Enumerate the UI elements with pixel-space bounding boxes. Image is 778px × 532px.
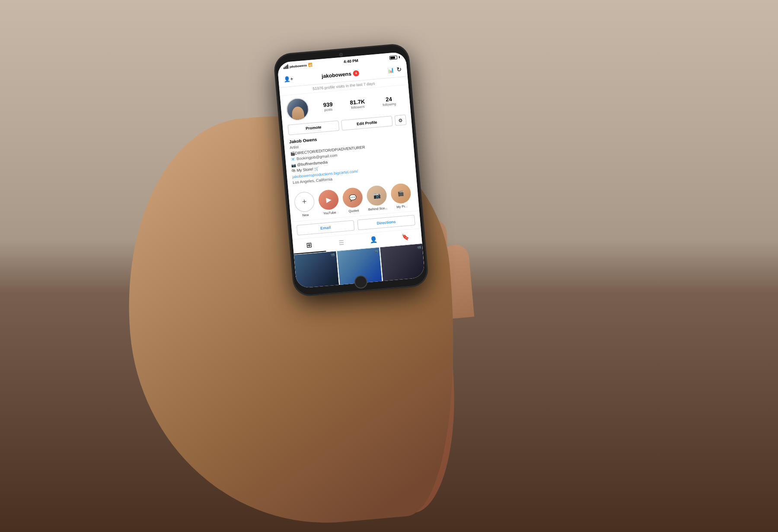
header-right: 📊 ↻ bbox=[387, 65, 402, 73]
directions-button[interactable]: Directions bbox=[357, 214, 415, 230]
posts-label: posts bbox=[324, 107, 333, 112]
analytics-icon[interactable]: 📊 bbox=[387, 67, 394, 73]
highlight-mypr[interactable]: 🎬 My Pr... bbox=[390, 182, 412, 209]
add-new-icon: + bbox=[302, 197, 307, 206]
posts-count: 939 bbox=[323, 101, 333, 108]
person-icon: 👤 bbox=[370, 236, 377, 243]
settings-button[interactable]: ⚙ bbox=[395, 115, 407, 126]
phone-device: jakobowens 📶 4:40 PM bbox=[274, 44, 428, 296]
scene-content: jakobowens 📶 4:40 PM bbox=[0, 0, 778, 532]
posts-stat: 939 posts bbox=[323, 101, 333, 112]
highlight-label-mypr: My Pr... bbox=[396, 204, 408, 208]
photo-thumb-1[interactable]: 📹 bbox=[294, 251, 340, 288]
highlight-circle-quotes[interactable]: 💬 bbox=[342, 187, 363, 208]
status-bar-left: jakobowens 📶 bbox=[283, 62, 312, 69]
photo-thumb-3[interactable]: 📹 bbox=[380, 243, 425, 288]
username-text: jakobowens bbox=[322, 70, 352, 79]
wifi-icon: 📶 bbox=[308, 62, 312, 67]
saved-view-button[interactable]: 🔖 bbox=[389, 228, 422, 245]
highlight-circle-mypr[interactable]: 🎬 bbox=[390, 182, 411, 204]
history-icon[interactable]: ↻ bbox=[396, 65, 402, 73]
highlight-youtube[interactable]: ▶ YouTube bbox=[318, 188, 340, 215]
highlight-circle-new[interactable]: + bbox=[293, 191, 315, 212]
front-camera bbox=[339, 53, 343, 57]
notification-badge: 4 bbox=[353, 70, 359, 76]
grid-view-button[interactable]: ⊞ bbox=[293, 236, 326, 254]
profile-avatar[interactable] bbox=[285, 97, 309, 121]
following-label: following bbox=[383, 102, 396, 107]
header-left: 👤+ bbox=[284, 75, 293, 82]
highlight-behind[interactable]: 📷 Behind Sce... bbox=[366, 185, 388, 211]
tagged-view-button[interactable]: 👤 bbox=[357, 231, 390, 248]
list-view-button[interactable]: ☰ bbox=[325, 234, 358, 251]
quotes-icon: 💬 bbox=[349, 194, 357, 201]
settings-icon: ⚙ bbox=[398, 117, 403, 123]
header-center: jakobowens 4 bbox=[322, 70, 360, 79]
highlight-label-new: New bbox=[302, 212, 309, 217]
list-icon: ☰ bbox=[338, 239, 344, 246]
status-bar-right bbox=[389, 55, 400, 60]
carrier-text: jakobowens bbox=[290, 64, 307, 68]
highlight-quotes[interactable]: 💬 Quotes bbox=[342, 187, 364, 213]
signal-icon bbox=[283, 64, 288, 69]
mypr-icon: 🎬 bbox=[397, 190, 404, 196]
phone-screen: jakobowens 📶 4:40 PM bbox=[277, 51, 425, 288]
highlight-label-quotes: Quotes bbox=[348, 208, 359, 213]
camera-icon: 📷 bbox=[373, 191, 380, 199]
status-time: 4:40 PM bbox=[343, 58, 358, 64]
highlight-label-youtube: YouTube bbox=[323, 210, 336, 215]
following-stat[interactable]: 24 following bbox=[382, 95, 396, 107]
battery-icon bbox=[389, 55, 398, 60]
stats-grid: 939 posts 81.7K followers 24 following bbox=[314, 95, 405, 113]
highlight-label-behind: Behind Sce... bbox=[368, 206, 388, 211]
add-person-icon[interactable]: 👤+ bbox=[284, 75, 293, 82]
email-button[interactable]: Email bbox=[297, 220, 355, 235]
highlight-circle-youtube[interactable]: ▶ bbox=[318, 188, 339, 210]
highlight-circle-behind[interactable]: 📷 bbox=[366, 185, 388, 206]
scene: jakobowens 📶 4:40 PM bbox=[0, 0, 778, 532]
bookmark-icon: 🔖 bbox=[402, 233, 409, 240]
followers-stat[interactable]: 81.7K followers bbox=[350, 98, 366, 110]
highlight-new[interactable]: + New bbox=[293, 191, 316, 217]
grid-icon: ⊞ bbox=[306, 241, 312, 249]
youtube-play-icon: ▶ bbox=[325, 195, 332, 204]
